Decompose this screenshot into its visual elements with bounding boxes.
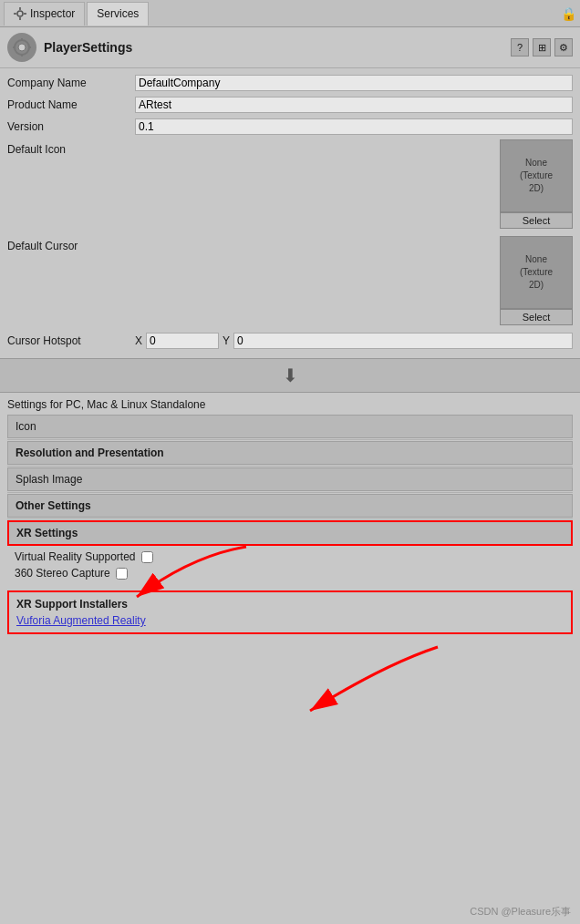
svg-rect-8: [21, 54, 23, 56]
hotspot-x-input[interactable]: [146, 333, 219, 349]
panel-header: PlayerSettings ? ⊞ ⚙: [0, 27, 580, 68]
cursor-hotspot-row: Cursor Hotspot X Y: [7, 333, 573, 349]
default-cursor-label: Default Cursor: [7, 236, 135, 329]
svg-rect-10: [28, 46, 31, 48]
vr-supported-checkbox[interactable]: [141, 551, 153, 563]
version-label: Version: [7, 120, 135, 133]
tab-services[interactable]: Services: [87, 2, 149, 26]
vr-supported-row: Virtual Reality Supported: [15, 550, 573, 563]
help-button[interactable]: ?: [511, 38, 529, 56]
vr-supported-label: Virtual Reality Supported: [15, 550, 136, 563]
tab-inspector[interactable]: Inspector: [4, 2, 85, 26]
default-cursor-select-button[interactable]: Select: [500, 309, 573, 325]
svg-rect-3: [14, 13, 16, 15]
stereo-capture-row: 360 Stereo Capture: [15, 567, 573, 580]
svg-rect-2: [19, 17, 21, 20]
platform-label: Settings for PC, Mac & Linux Standalone: [0, 393, 580, 415]
version-row: Version: [7, 118, 573, 136]
sections-container: Icon Resolution and Presentation Splash …: [0, 415, 580, 546]
xr-settings-content: Virtual Reality Supported 360 Stereo Cap…: [0, 547, 580, 587]
inspector-tab-icon: [14, 7, 26, 20]
default-cursor-section: Default Cursor None(Texture2D) Select: [7, 236, 573, 329]
vuforia-link[interactable]: Vuforia Augmented Reality: [16, 614, 146, 627]
hotspot-y-input[interactable]: [233, 333, 573, 349]
product-name-label: Product Name: [7, 98, 135, 111]
xr-support-installers-section: XR Support Installers Vuforia Augmented …: [7, 590, 573, 634]
section-splash[interactable]: Splash Image: [7, 467, 573, 491]
product-name-row: Product Name: [7, 96, 573, 114]
company-name-input[interactable]: [135, 75, 573, 91]
tab-bar: Inspector Services 🔒: [0, 0, 580, 27]
inspector-tab-label: Inspector: [30, 7, 75, 20]
company-name-row: Company Name: [7, 74, 573, 92]
svg-rect-4: [24, 13, 26, 15]
default-icon-section: Default Icon None(Texture2D) Select: [7, 139, 573, 232]
svg-rect-1: [19, 7, 21, 10]
default-icon-preview: None(Texture2D): [500, 139, 573, 212]
default-cursor-preview-text: None(Texture2D): [520, 253, 553, 292]
default-icon-select-button[interactable]: Select: [500, 212, 573, 229]
platform-divider: ⬇: [0, 358, 580, 393]
cursor-hotspot-label: Cursor Hotspot: [7, 334, 135, 347]
red-arrow-2: [292, 638, 456, 729]
hotspot-y-label: Y: [223, 334, 230, 347]
layout-button[interactable]: ⊞: [533, 38, 551, 56]
watermark: CSDN @Pleasure乐事: [470, 905, 571, 919]
hotspot-x-label: X: [135, 334, 142, 347]
product-name-input[interactable]: [135, 97, 573, 113]
default-icon-preview-text: None(Texture2D): [520, 157, 553, 195]
section-xr-settings[interactable]: XR Settings: [7, 520, 573, 546]
xr-support-title: XR Support Installers: [16, 598, 564, 611]
svg-point-0: [17, 11, 23, 16]
panel-title: PlayerSettings: [44, 40, 132, 55]
version-input[interactable]: [135, 118, 573, 135]
stereo-label: 360 Stereo Capture: [15, 567, 110, 580]
svg-rect-9: [13, 46, 16, 48]
default-cursor-preview: None(Texture2D): [500, 236, 573, 309]
section-icon[interactable]: Icon: [7, 415, 573, 438]
lock-icon[interactable]: 🔒: [561, 6, 576, 21]
player-settings-icon: [7, 33, 36, 62]
gear-button[interactable]: ⚙: [554, 38, 573, 56]
default-icon-label: Default Icon: [7, 139, 135, 232]
company-name-label: Company Name: [7, 77, 135, 89]
services-tab-label: Services: [97, 7, 139, 20]
section-resolution[interactable]: Resolution and Presentation: [7, 441, 573, 465]
section-other-settings[interactable]: Other Settings: [7, 494, 573, 518]
stereo-checkbox[interactable]: [116, 568, 128, 580]
inspector-content: Company Name Product Name Version Defaul…: [0, 68, 580, 358]
down-arrow-icon: ⬇: [283, 364, 298, 386]
svg-point-5: [18, 44, 26, 51]
svg-rect-7: [21, 38, 23, 41]
